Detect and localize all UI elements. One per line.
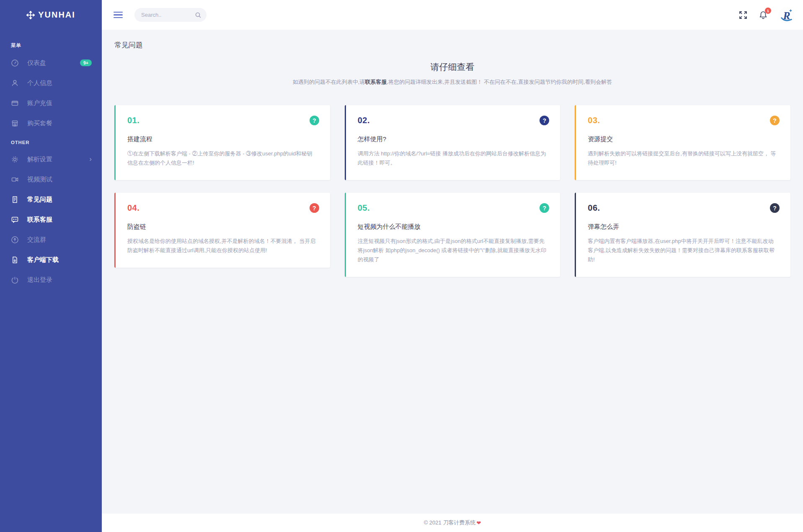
- wallet-icon: [11, 99, 19, 107]
- sidebar-item-label: 联系客服: [27, 216, 92, 224]
- heart-icon: ❤: [476, 520, 481, 526]
- dashboard-icon: [11, 59, 19, 67]
- gear-icon: [11, 155, 19, 163]
- sidebar-item-group[interactable]: 交流群: [0, 230, 102, 250]
- hero-subtitle: 如遇到的问题不在此列表中,请联系客服,将您的问题详细发出来,并且发送截图！ 不在…: [114, 78, 790, 86]
- sidebar-item-label: 退出登录: [27, 276, 92, 284]
- faq-card-5: 05. ? 短视频为什么不能播放 注意短视频只有json形式的格式,由于是jso…: [345, 193, 560, 277]
- notification-bell-button[interactable]: 1: [759, 10, 768, 20]
- dashboard-count-badge: 9+: [80, 59, 92, 67]
- video-icon: [11, 176, 19, 183]
- app-title: YUNHAI: [38, 10, 75, 20]
- question-mark-icon: ?: [310, 116, 319, 125]
- faq-card-1: 01. ? 搭建流程 ①在左侧下载解析客户端 - ②上传至你的服务器 - ③修改…: [114, 105, 330, 180]
- hero-subtitle-pre: 如遇到的问题不在此列表中,请: [293, 79, 365, 85]
- download-icon: [11, 256, 19, 264]
- footer: © 2021 刀客计费系统 ❤: [102, 514, 803, 532]
- sidebar-item-label: 解析设置: [27, 155, 89, 163]
- card-body: 授权域名是给你的使用站点的域名授权,并不是解析的域名！不要混淆， 当开启防盗时解…: [127, 237, 318, 255]
- card-title: 短视频为什么不能播放: [358, 223, 549, 231]
- sidebar-item-label: 常见问题: [27, 196, 92, 204]
- faq-cards-grid: 01. ? 搭建流程 ①在左侧下载解析客户端 - ②上传至你的服务器 - ③修改…: [114, 105, 790, 277]
- faq-card-2: 02. ? 怎样使用? 调用方法 http://你的域名/?url=链接 播放成…: [345, 105, 560, 180]
- card-number: 06.: [588, 203, 779, 213]
- card-title: 防盗链: [127, 223, 318, 231]
- card-title: 搭建流程: [127, 135, 318, 143]
- hero-section: 请仔细查看 如遇到的问题不在此列表中,请联系客服,将您的问题详细发出来,并且发送…: [114, 61, 790, 86]
- notification-count-badge: 1: [765, 8, 771, 14]
- card-number: 01.: [127, 116, 318, 125]
- topbar: 1 R: [102, 0, 803, 30]
- fullscreen-button[interactable]: [738, 10, 748, 20]
- faq-card-4: 04. ? 防盗链 授权域名是给你的使用站点的域名授权,并不是解析的域名！不要混…: [114, 193, 330, 268]
- card-number: 04.: [127, 203, 318, 213]
- sidebar-item-label: 交流群: [27, 236, 92, 244]
- page-title: 常见问题: [114, 40, 790, 50]
- hamburger-menu-button[interactable]: [114, 10, 123, 20]
- sidebar-nav: 菜单 仪表盘 9+ 个人信息: [0, 30, 102, 290]
- card-body: ①在左侧下载解析客户端 - ②上传至你的服务器 - ③修改user.php的ui…: [127, 149, 318, 168]
- sidebar-item-label: 购买套餐: [27, 119, 92, 127]
- faq-icon: [11, 196, 19, 204]
- faq-card-3: 03. ? 资源提交 遇到解析失败的可以将链接提交至后台,有替换的链接可以写上没…: [575, 105, 790, 180]
- sidebar-item-recharge[interactable]: 账户充值: [0, 93, 102, 113]
- sidebar-item-faq[interactable]: 常见问题: [0, 189, 102, 209]
- search-box: [134, 8, 207, 22]
- sidebar-item-profile[interactable]: 个人信息: [0, 73, 102, 93]
- card-title: 弹幕怎么弄: [588, 223, 779, 231]
- nav-section-menu: 菜单: [0, 36, 102, 53]
- question-mark-icon: ?: [770, 116, 780, 125]
- store-icon: [11, 119, 19, 127]
- sidebar-item-packages[interactable]: 购买套餐: [0, 113, 102, 133]
- card-number: 02.: [358, 116, 549, 125]
- hero-heading: 请仔细查看: [114, 61, 790, 73]
- sidebar-item-support[interactable]: 联系客服: [0, 209, 102, 230]
- group-icon: [11, 236, 19, 244]
- search-input[interactable]: [141, 12, 195, 18]
- card-body: 遇到解析失败的可以将链接提交至后台,有替换的链接可以写上没有就留空， 等待处理即…: [588, 149, 779, 168]
- avatar[interactable]: R: [779, 7, 795, 23]
- card-body: 调用方法 http://你的域名/?url=链接 播放成功后在你的网站后台修改解…: [358, 149, 549, 168]
- card-number: 05.: [358, 203, 549, 213]
- card-number: 03.: [588, 116, 779, 125]
- hero-subtitle-post: ,将您的问题详细发出来,并且发送截图！ 不在问在不在,直接发问题节约你我的时间,…: [387, 79, 612, 85]
- user-icon: [11, 79, 19, 87]
- sidebar-item-dashboard[interactable]: 仪表盘 9+: [0, 53, 102, 73]
- main-content: 常见问题 请仔细查看 如遇到的问题不在此列表中,请联系客服,将您的问题详细发出来…: [102, 30, 803, 514]
- sidebar-item-logout[interactable]: 退出登录: [0, 270, 102, 290]
- question-mark-icon: ?: [310, 203, 319, 213]
- sidebar-item-parse-settings[interactable]: 解析设置 ›: [0, 149, 102, 169]
- card-body: 注意短视频只有json形式的格式,由于是json的格式url不能直接复制播放,需…: [358, 237, 549, 264]
- sidebar-item-label: 账户充值: [27, 99, 92, 107]
- nav-section-other: OTHER: [0, 133, 102, 149]
- card-title: 资源提交: [588, 135, 779, 143]
- sidebar-item-video-test[interactable]: 视频测试: [0, 169, 102, 189]
- sidebar-item-label: 客户端下载: [27, 256, 92, 264]
- sidebar: YUNHAI 菜单 仪表盘 9+ 个人信息: [0, 0, 102, 532]
- sidebar-item-label: 个人信息: [27, 79, 92, 87]
- chat-icon: [11, 216, 19, 224]
- chevron-right-icon: ›: [89, 155, 92, 163]
- app-logo[interactable]: YUNHAI: [0, 0, 102, 30]
- sidebar-item-client-download[interactable]: 客户端下载: [0, 250, 102, 270]
- footer-copyright: © 2021 刀客计费系统: [424, 519, 476, 527]
- sidebar-item-label: 视频测试: [27, 176, 92, 183]
- move-cross-icon: [26, 11, 35, 19]
- faq-card-6: 06. ? 弹幕怎么弄 客户端内置有客户端播放器,在user.php中将开关开开…: [575, 193, 790, 277]
- card-title: 怎样使用?: [358, 135, 549, 143]
- svg-text:R: R: [782, 9, 790, 21]
- search-icon[interactable]: [195, 12, 201, 18]
- logout-icon: [11, 276, 19, 284]
- contact-support-link[interactable]: 联系客服: [365, 79, 387, 85]
- card-body: 客户端内置有客户端播放器,在user.php中将开关开开后即可！注意不能乱改动客…: [588, 237, 779, 264]
- sidebar-item-label: 仪表盘: [27, 59, 80, 67]
